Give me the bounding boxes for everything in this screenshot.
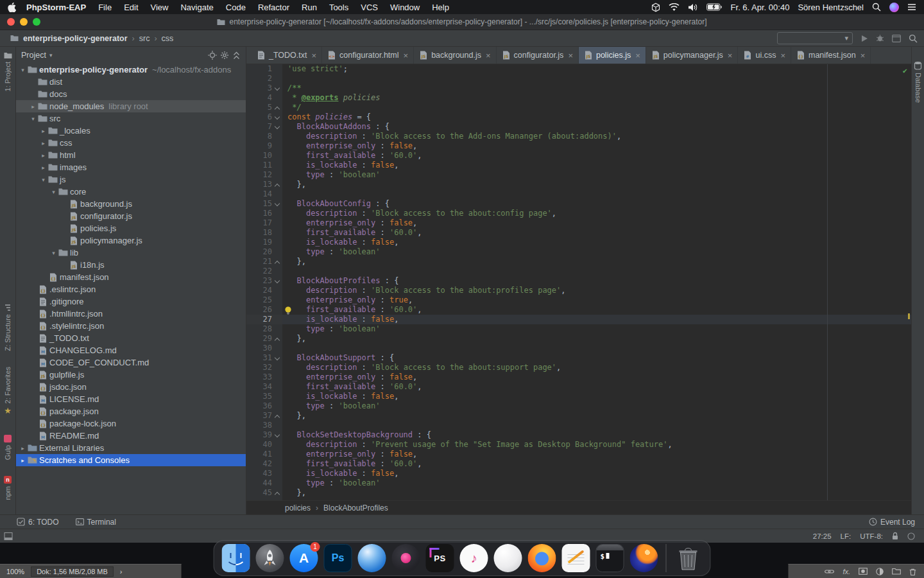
tree-item-html[interactable]: ▸html [16,149,246,161]
code-text[interactable]: enterprise_only : false, [282,218,911,228]
tool-button-favorites[interactable]: 2: Favorites ★ [0,367,15,416]
tool-button-event-log[interactable]: Event Log [869,518,915,527]
close-tab-icon[interactable]: × [404,51,409,60]
tree-item-i18n-js[interactable]: JSi18n.js [16,259,246,271]
tree-item-code-of-conduct-md[interactable]: MCODE_OF_CONDUCT.md [16,356,246,369]
editor-tab-configurator-js[interactable]: JSconfigurator.js× [497,47,579,64]
tool-button-database[interactable]: Database [912,61,924,103]
editor-tab-configurator-html[interactable]: <>configurator.html× [322,47,414,64]
tree-item-background-js[interactable]: JSbackground.js [16,198,246,210]
line-separator[interactable]: LF: [841,532,851,540]
menu-list-icon[interactable] [907,3,916,11]
dock-terminal-icon[interactable]: $ [596,544,624,572]
tool-button-gulp[interactable]: Gulp [0,435,15,460]
close-tab-icon[interactable]: × [635,51,640,60]
menu-bar-user[interactable]: Sören Hentzschel [798,3,864,12]
menu-item-run[interactable]: Run [302,3,317,12]
locate-file-icon[interactable] [208,51,217,60]
tree-item-stylelintrc-json[interactable]: {}.stylelintrc.json [16,320,246,332]
tree-item-package-lock-json[interactable]: {}package-lock.json [16,417,246,430]
tree-item-css[interactable]: ▸css [16,137,246,149]
dock-firefox-icon[interactable] [528,544,556,572]
code-text[interactable] [282,189,911,199]
gear-icon[interactable] [220,51,229,60]
tree-collapsed-arrow[interactable]: ▸ [39,140,47,146]
tree-item-external-libraries[interactable]: ▸External Libraries [16,442,246,454]
menu-bar-clock[interactable]: Fr. 6. Apr. 00:40 [731,3,790,12]
breadcrumb-item-enterprise-policy-generator[interactable]: enterprise-policy-generator [23,34,128,43]
inspections-ok-icon[interactable]: ✔ [903,66,907,76]
tree-item-jsdoc-json[interactable]: {}jsdoc.json [16,381,246,393]
tree-item-enterprise-policy-generator[interactable]: ▾enterprise-policy-generator~/localhost/… [16,64,246,76]
play-icon[interactable] [860,35,868,42]
code-text[interactable]: enterprise_only : false, [282,141,911,151]
menu-item-view[interactable]: View [151,3,169,12]
tree-expanded-arrow[interactable]: ▾ [49,250,58,256]
tool-button-npm[interactable]: n npm [0,476,15,500]
menu-item-file[interactable]: File [98,3,112,12]
delete-layer-icon[interactable] [909,568,916,575]
code-text[interactable]: description : 'Prevent usage of the "Set… [282,440,911,450]
tree-expanded-arrow[interactable]: ▾ [29,116,37,122]
dock-white-sphere-app-icon[interactable] [494,544,522,572]
menu-item-help[interactable]: Help [432,3,449,12]
code-editor[interactable]: 1'use strict';23/**4 * @exports policies… [246,64,911,500]
code-text[interactable]: BlockAboutSupport : { [282,353,911,363]
code-text[interactable]: */ [282,103,911,112]
code-text[interactable]: first_available : '60.0', [282,382,911,392]
code-text[interactable]: }, [282,334,911,344]
code-text[interactable]: description : 'Block access to the Add-o… [282,132,911,141]
tree-collapsed-arrow[interactable]: ▸ [19,457,27,464]
tool-button-todo[interactable]: 6: TODO [17,518,59,527]
fx-icon[interactable]: fx. [843,568,850,575]
tool-windows-icon[interactable] [892,35,901,42]
fold-open-icon[interactable] [275,356,280,361]
close-tab-icon[interactable]: × [728,51,733,60]
toggle-tool-windows-icon[interactable] [4,532,13,541]
photoshop-zoom-level[interactable]: 100% [6,568,24,575]
apple-menu-icon[interactable] [8,3,16,12]
close-window-button[interactable] [7,18,15,26]
menu-item-vcs[interactable]: VCS [361,3,378,12]
chevron-down-icon[interactable]: ▾ [49,52,53,58]
code-text[interactable]: enterprise_only : false, [282,450,911,459]
collapse-all-icon[interactable] [232,51,241,60]
dock-phpstorm-icon[interactable]: PS [426,544,454,572]
dock-app-store-icon[interactable]: A1 [290,544,318,572]
code-text[interactable]: BlockSetDesktopBackground : { [282,430,911,440]
code-text[interactable]: enterprise_only : false, [282,372,911,382]
code-text[interactable]: }, [282,411,911,421]
run-config-dropdown[interactable]: ▾ [777,32,853,44]
editor-tab-todo-txt[interactable]: _TODO.txt× [252,47,322,64]
code-text[interactable]: enterprise_only : true, [282,295,911,305]
scrollbar-annotation[interactable] [908,313,910,319]
code-text[interactable]: description : 'Block access to the about… [282,286,911,295]
dock-trash-icon[interactable] [674,544,703,572]
tree-item-readme-md[interactable]: MREADME.md [16,430,246,442]
tree-collapsed-arrow[interactable]: ▸ [39,128,47,134]
code-text[interactable]: first_available : '60.0', [282,151,911,161]
fold-open-icon[interactable] [275,115,280,120]
tree-item-js[interactable]: ▾js [16,173,246,186]
close-tab-icon[interactable]: × [486,51,491,60]
code-text[interactable]: type : 'boolean' [282,247,911,257]
fold-close-icon[interactable] [275,259,280,265]
editor-tab-ui-css[interactable]: #ui.css× [738,47,791,64]
code-text[interactable]: const policies = { [282,112,911,122]
dock-itunes-icon[interactable]: ♪ [460,544,488,572]
editor-tab-manifest-json[interactable]: {}manifest.json× [791,47,871,64]
menu-item-edit[interactable]: Edit [124,3,138,12]
volume-icon[interactable] [688,3,698,12]
tree-collapsed-arrow[interactable]: ▸ [29,103,37,110]
fold-close-icon[interactable] [275,182,280,188]
group-icon[interactable] [892,568,901,575]
code-text[interactable]: is_lockable : false, [282,392,911,401]
close-tab-icon[interactable]: × [312,51,317,60]
intention-bulb-icon[interactable] [284,306,293,315]
fold-open-icon[interactable] [275,202,280,207]
code-text[interactable] [282,74,911,83]
code-text[interactable]: }, [282,488,911,498]
breadcrumb-item[interactable]: policies [285,504,311,512]
menu-item-refactor[interactable]: Refactor [258,3,289,12]
tree-item-eslintrc-json[interactable]: {}.eslintrc.json [16,283,246,295]
